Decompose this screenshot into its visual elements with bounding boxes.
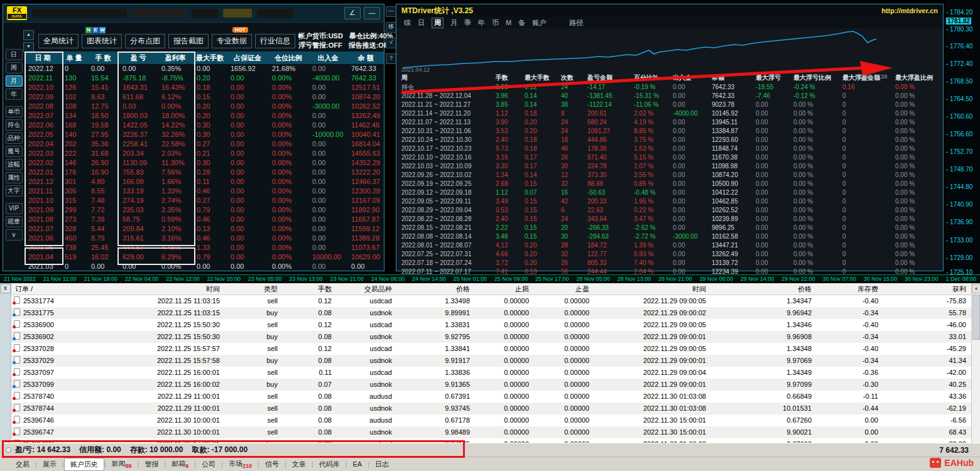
scrollbar-thumb[interactable]	[972, 295, 980, 340]
tab-专业数据[interactable]: 专业数据HOT	[212, 34, 252, 48]
sidebar-item-年[interactable]: 年	[6, 89, 23, 100]
sidebar-item-属性[interactable]: 属性	[6, 172, 23, 183]
history-col-header[interactable]: 价格	[711, 283, 817, 295]
mtdriver-url[interactable]: http://mtdriver.cn	[881, 7, 938, 14]
history-col-header[interactable]: 获利	[883, 283, 971, 295]
mtdriver-tab-月[interactable]: 月	[450, 18, 457, 28]
sidebar-item-魔号[interactable]: 魔号	[6, 146, 23, 157]
tab-信号[interactable]: 信号	[259, 458, 285, 470]
cell: 24	[558, 127, 585, 136]
cell: -0.34	[817, 307, 883, 319]
mtdriver-tab-日[interactable]: 日	[418, 18, 425, 28]
tab-新闻[interactable]: 新闻99	[106, 458, 138, 470]
history-col-header[interactable]: 止损	[475, 283, 534, 295]
scroll-down-icon[interactable]: ▼	[23, 42, 34, 52]
sidebar-item-大字[interactable]: 大字	[6, 185, 23, 197]
cell: 25396747	[11, 426, 99, 438]
sidebar-item-∨[interactable]: ∨	[6, 229, 23, 241]
history-row[interactable]: 253787402022.11.29 11:00:01sell0.08audus…	[11, 391, 971, 403]
sidebar-item-月[interactable]: 月	[6, 75, 23, 87]
close-icon[interactable]: x	[1, 284, 11, 293]
cell: 11462.46	[347, 121, 384, 130]
cell: 9.92795	[397, 331, 475, 343]
history-row[interactable]: 253317752022.11.25 11:03:15buy0.08usdnok…	[11, 307, 971, 319]
mtdriver-tab-M[interactable]: M	[506, 19, 511, 26]
cell: 0.00%	[268, 168, 308, 177]
tab-图表统计[interactable]: 图表统计NEW	[82, 34, 122, 48]
tab-展示[interactable]: 展示	[37, 458, 62, 470]
tab-全局统计[interactable]: 全局统计	[38, 34, 79, 48]
cell: 2022.11.29 09:00:05	[594, 343, 711, 355]
tab-市场[interactable]: 市场210	[223, 458, 258, 470]
mtdriver-tab-季[interactable]: 季	[464, 18, 471, 28]
tab-代码库[interactable]: 代码库	[313, 458, 346, 470]
price-tick: - 1776.40	[946, 43, 972, 50]
tab-报告截图[interactable]: 报告截图	[168, 34, 209, 48]
mtdriver-tab-path[interactable]: 路径	[569, 18, 583, 28]
history-col-header[interactable]: 类型	[225, 283, 283, 295]
tab-邮箱[interactable]: 邮箱6	[166, 458, 194, 470]
cell: 9023.78	[709, 100, 753, 109]
mtdriver-tab-综[interactable]: 综	[404, 18, 411, 28]
history-row[interactable]: 253370292022.11.25 15:57:58buy0.08usdnok…	[11, 355, 971, 367]
history-col-header[interactable]: 价格	[397, 283, 475, 295]
mtdriver-tab-周[interactable]: 周	[432, 18, 444, 28]
help-icon[interactable]: ?	[386, 53, 396, 64]
minimize-button[interactable]: —	[364, 7, 380, 19]
tab-badge: 99	[126, 463, 132, 469]
history-row[interactable]: 253967462022.11.30 10:00:01sell0.08audus…	[11, 414, 971, 426]
mtdriver-tab-备[interactable]: 备	[518, 18, 525, 28]
history-row[interactable]: 253369022022.11.25 15:50:30buy0.08usdnok…	[11, 331, 971, 343]
history-row[interactable]: 253967472022.11.30 10:00:01sell0.08usdno…	[11, 426, 971, 438]
sidebar-item-品种[interactable]: 品种	[6, 133, 23, 144]
tab-日志[interactable]: 日志	[369, 458, 395, 470]
mtdriver-tab-币[interactable]: 币	[492, 18, 499, 28]
tab-账户历史[interactable]: 账户历史	[64, 458, 104, 471]
history-col-header[interactable]: 止盈	[534, 283, 594, 295]
scroll-up-icon[interactable]: ▲	[972, 284, 980, 293]
minimize-strip-icon[interactable]: —	[386, 6, 396, 17]
pan-icon[interactable]: 移	[386, 22, 396, 33]
history-row[interactable]: 254056382022.11.30 17:00:01buy0.08audusd…	[11, 438, 971, 443]
mtdriver-tab-年[interactable]: 年	[478, 18, 485, 28]
cell: 0.00	[670, 224, 709, 232]
history-row[interactable]: 253369002022.11.25 15:50:30sell0.12usdca…	[11, 319, 971, 331]
tab-EA[interactable]: EA	[347, 459, 368, 469]
tab-行业信息[interactable]: 行业信息	[255, 34, 295, 48]
cell: 4.80	[87, 177, 119, 187]
tab-分布点图[interactable]: 分布点图	[125, 34, 165, 48]
sidebar-item-波幅[interactable]: 波幅	[6, 159, 23, 170]
history-col-header[interactable]: 交易品种	[337, 283, 397, 295]
history-row[interactable]: 253370282022.11.25 15:57:57sell0.12usdca…	[11, 343, 971, 355]
tab-文章[interactable]: 文章	[286, 458, 312, 470]
history-row[interactable]: 253370992022.11.25 16:00:02buy0.07usdnok…	[11, 379, 971, 391]
cell: 0.00%	[268, 243, 308, 252]
history-col-header[interactable]: 库存费	[817, 283, 883, 295]
sidebar-item-观摩[interactable]: 观摩	[6, 216, 23, 227]
cell: 12293.60	[709, 136, 753, 144]
sidebar-item-持仓[interactable]: 持仓	[6, 119, 23, 131]
history-col-header[interactable]: 时间	[99, 283, 225, 295]
history-col-header[interactable]: 时间	[594, 283, 711, 295]
sidebar-item-日[interactable]: 日	[6, 49, 23, 60]
sidebar-item-单币[interactable]: 单币	[6, 106, 23, 117]
cell: 2022.11.30 01:03:08	[594, 403, 711, 414]
scroll-up-icon[interactable]: ▲	[23, 30, 34, 40]
history-row[interactable]: 253370972022.11.25 16:00:01sell0.11usdca…	[11, 367, 971, 379]
sidebar-item-周[interactable]: 周	[6, 62, 23, 73]
history-scrollbar[interactable]: ▲	[971, 283, 980, 443]
history-row[interactable]: 253317742022.11.25 11:03:15sell0.12usdca…	[11, 295, 971, 308]
tab-警报[interactable]: 警报	[139, 458, 164, 470]
cell: -1381.45	[585, 92, 631, 100]
redacted-text	[131, 9, 187, 18]
tab-公司[interactable]: 公司	[196, 458, 221, 470]
check-icon[interactable]: √	[386, 38, 396, 48]
history-col-header[interactable]: 手数	[283, 283, 337, 295]
mtdriver-tab-账户[interactable]: 账户	[532, 18, 546, 28]
history-col-header[interactable]: 订单 /	[11, 283, 99, 295]
sidebar-item-VIP[interactable]: VIP	[6, 203, 23, 214]
tab-交易[interactable]: 交易	[10, 458, 35, 470]
angle-tool-button[interactable]: ∠	[344, 7, 361, 19]
cell: 0.00%	[268, 130, 308, 139]
history-row[interactable]: 253787442022.11.29 11:00:01sell0.08usdno…	[11, 403, 971, 414]
